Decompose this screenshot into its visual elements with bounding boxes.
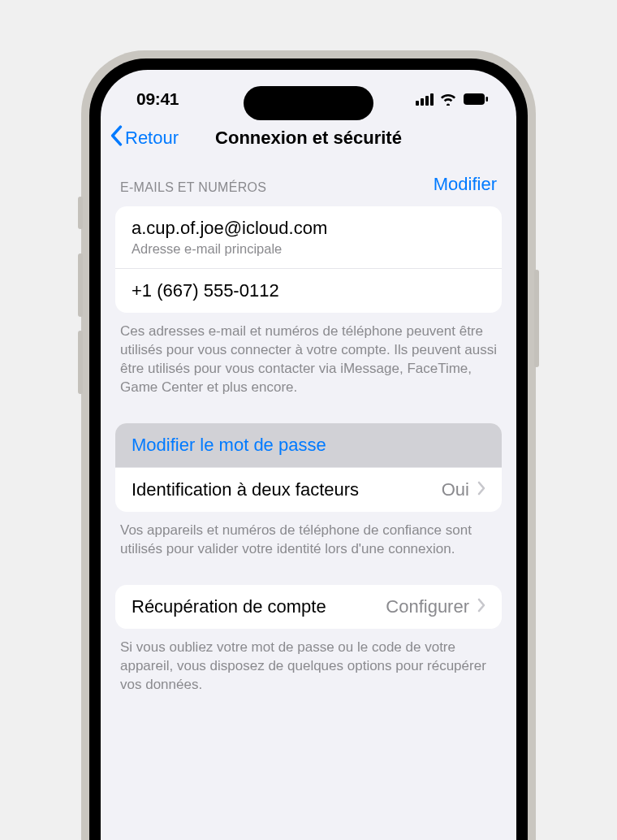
wifi-icon (439, 93, 457, 106)
recovery-label: Récupération de compte (132, 596, 326, 617)
volume-down-button (78, 331, 83, 394)
primary-email-row[interactable]: a.cup.of.joe@icloud.com Adresse e-mail p… (115, 206, 502, 269)
phone-row[interactable]: +1 (667) 555-0112 (115, 269, 502, 313)
security-card: Modifier le mot de passe Identification … (115, 423, 502, 512)
svg-rect-0 (464, 93, 485, 105)
nav-bar: Retour Connexion et sécurité (101, 119, 516, 159)
change-password-row[interactable]: Modifier le mot de passe (115, 423, 502, 468)
back-label: Retour (125, 128, 179, 149)
svg-rect-1 (486, 97, 489, 102)
power-button (534, 270, 539, 367)
twofa-label: Identification à deux facteurs (132, 479, 359, 500)
chevron-right-icon (477, 598, 485, 616)
recovery-footer: Si vous oubliez votre mot de passe ou le… (101, 629, 516, 698)
edit-button[interactable]: Modifier (434, 174, 497, 195)
screen: 09:41 (101, 70, 516, 840)
security-footer: Vos appareils et numéros de téléphone de… (101, 512, 516, 562)
change-password-label: Modifier le mot de passe (132, 435, 326, 456)
back-button[interactable]: Retour (109, 125, 179, 151)
chevron-left-icon (109, 125, 123, 151)
section-header-contacts: E-mails et numéros Modifier (101, 159, 516, 201)
contacts-card: a.cup.of.joe@icloud.com Adresse e-mail p… (115, 206, 502, 313)
cellular-signal-icon (416, 93, 434, 106)
dynamic-island (244, 86, 373, 120)
status-time: 09:41 (136, 89, 179, 109)
phone-value: +1 (667) 555-0112 (132, 280, 279, 301)
volume-up-button (78, 253, 83, 317)
battery-icon (463, 93, 489, 106)
twofa-row[interactable]: Identification à deux facteurs Oui (115, 468, 502, 512)
contacts-footer: Ces adresses e-mail et numéros de téléph… (101, 313, 516, 401)
section-label-contacts: E-mails et numéros (120, 180, 266, 195)
twofa-value: Oui (442, 479, 469, 500)
recovery-card: Récupération de compte Configurer (115, 585, 502, 629)
chevron-right-icon (477, 481, 485, 499)
primary-email-value: a.cup.of.joe@icloud.com (132, 218, 327, 239)
phone-frame: 09:41 (81, 50, 536, 840)
primary-email-sublabel: Adresse e-mail principale (132, 241, 282, 257)
mute-switch (78, 197, 83, 229)
recovery-value: Configurer (386, 596, 469, 617)
recovery-row[interactable]: Récupération de compte Configurer (115, 585, 502, 629)
